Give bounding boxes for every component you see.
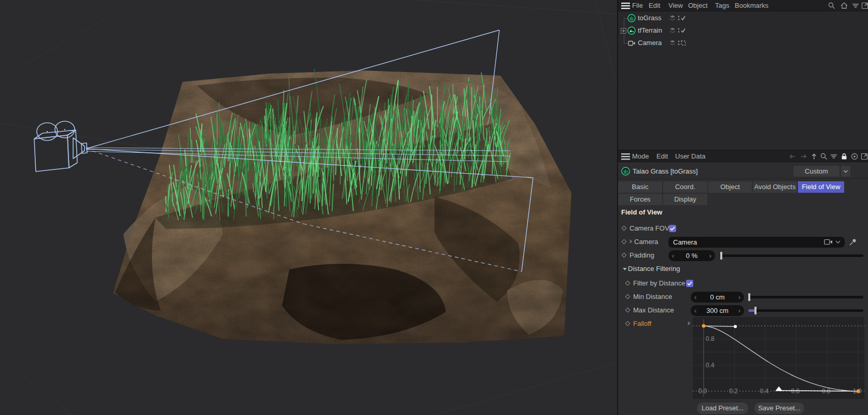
home-icon[interactable]: [840, 2, 848, 10]
param-label: Min Distance: [633, 290, 672, 304]
new-window-icon[interactable]: [861, 2, 868, 10]
increment-arrow[interactable]: ›: [738, 305, 740, 316]
tab-coord[interactable]: Coord.: [663, 181, 707, 193]
keyframe-diamond[interactable]: [625, 308, 631, 313]
svg-text:0.2: 0.2: [729, 388, 738, 395]
save-preset-button[interactable]: Save Preset...: [754, 403, 804, 414]
filter-icon[interactable]: [851, 2, 860, 10]
slider-handle[interactable]: [720, 252, 722, 260]
keyframe-diamond[interactable]: [625, 321, 631, 326]
falloff-spline-editor[interactable]: 0.80.40.00.20.40.60.81.0: [693, 317, 864, 399]
param-row-camera: Camera Camera: [618, 235, 868, 249]
eyedropper-icon[interactable]: [849, 238, 857, 246]
menu-view[interactable]: View: [668, 0, 683, 11]
decrement-arrow[interactable]: ‹: [694, 292, 696, 303]
object-name[interactable]: toGrass: [638, 12, 662, 24]
param-row-padding: Padding ‹ 0 % ›: [618, 249, 868, 262]
viewport-3d[interactable]: [0, 0, 617, 415]
check-icon: [686, 280, 693, 287]
preset-dropdown[interactable]: Custom: [793, 166, 839, 177]
max-distance-value: 300 cm: [706, 307, 729, 314]
param-label: Filter by Distance: [633, 277, 685, 290]
forward-arrow-icon[interactable]: [800, 152, 808, 161]
layer-icon[interactable]: [668, 39, 677, 47]
param-row-filter-by-distance: Filter by Distance: [618, 277, 868, 290]
preset-dropdown-button[interactable]: [841, 166, 850, 177]
object-title-row: Taiao Grass [toGrass] Custom: [618, 164, 868, 179]
camera-fov-checkbox[interactable]: [669, 225, 676, 232]
object-title: Taiao Grass [toGrass]: [633, 164, 698, 179]
enabled-check-icon[interactable]: [677, 26, 687, 35]
filter-by-distance-checkbox[interactable]: [686, 280, 693, 287]
tab-object[interactable]: Object: [708, 181, 752, 193]
object-manager: File Edit View Object Tags Bookmarks: [618, 0, 868, 150]
svg-text:0.4: 0.4: [760, 388, 769, 395]
object-row-camera[interactable]: Camera: [618, 37, 868, 49]
new-window-icon[interactable]: [860, 152, 868, 161]
object-row-tfterrain[interactable]: tfTerrain: [618, 24, 868, 37]
group-label: Distance Filtering: [628, 262, 680, 276]
tab-basic[interactable]: Basic: [618, 181, 662, 193]
up-arrow-icon[interactable]: [810, 152, 818, 161]
hamburger-menu-icon[interactable]: [621, 2, 630, 9]
param-label: Max Distance: [633, 304, 674, 317]
chevron-down-icon: [841, 166, 850, 177]
menu-user-data[interactable]: User Data: [675, 151, 706, 162]
decrement-arrow[interactable]: ‹: [672, 250, 674, 261]
back-arrow-icon[interactable]: [788, 152, 796, 161]
tab-avoid-objects[interactable]: Avoid Objects: [753, 181, 797, 193]
max-distance-input[interactable]: ‹ 300 cm ›: [691, 305, 744, 316]
search-icon[interactable]: [828, 2, 836, 10]
camera-link-icons[interactable]: [824, 238, 842, 246]
enabled-check-icon[interactable]: [677, 14, 687, 22]
target-icon[interactable]: [850, 152, 859, 161]
slider-handle[interactable]: [754, 307, 757, 314]
expand-icon[interactable]: [621, 28, 626, 34]
menu-mode[interactable]: Mode: [632, 151, 649, 162]
menu-edit[interactable]: Edit: [656, 151, 668, 162]
menu-bookmarks[interactable]: Bookmarks: [735, 0, 768, 11]
menu-object[interactable]: Object: [688, 0, 708, 11]
terrain-object-icon: [627, 26, 636, 35]
increment-arrow[interactable]: ›: [709, 250, 711, 261]
keyframe-diamond[interactable]: [622, 226, 627, 231]
selection-brackets-icon[interactable]: [677, 39, 687, 47]
svg-text:0.4: 0.4: [706, 362, 715, 369]
min-distance-input[interactable]: ‹ 0 cm ›: [691, 292, 744, 303]
max-distance-slider[interactable]: [748, 309, 863, 312]
keyframe-diamond[interactable]: [622, 253, 627, 258]
lock-icon[interactable]: [840, 152, 848, 161]
load-preset-button[interactable]: Load Preset...: [697, 403, 748, 414]
menu-edit[interactable]: Edit: [649, 0, 660, 11]
param-row-min-distance: Min Distance ‹ 0 cm ›: [618, 290, 868, 304]
menu-tags[interactable]: Tags: [715, 0, 729, 11]
keyframe-diamond[interactable]: [625, 294, 631, 299]
camera-link-field[interactable]: Camera: [668, 237, 845, 248]
hamburger-menu-icon[interactable]: [621, 153, 630, 160]
slider-handle[interactable]: [748, 293, 750, 301]
menu-file[interactable]: File: [632, 0, 643, 11]
filter-icon[interactable]: [830, 152, 838, 161]
padding-slider[interactable]: [720, 254, 863, 257]
search-icon[interactable]: [820, 152, 828, 161]
right-panel: File Edit View Object Tags Bookmarks: [617, 0, 868, 415]
tab-field-of-view[interactable]: Field of View: [798, 181, 844, 193]
expand-chevron-icon[interactable]: [628, 239, 633, 244]
expand-chevron-icon[interactable]: [687, 321, 691, 325]
collapse-triangle-icon: [623, 268, 627, 270]
layer-icon[interactable]: [668, 26, 677, 35]
object-name[interactable]: tfTerrain: [638, 24, 662, 37]
min-distance-slider[interactable]: [748, 296, 863, 298]
tab-forces[interactable]: Forces: [618, 194, 662, 205]
keyframe-diamond[interactable]: [625, 281, 631, 286]
keyframe-diamond[interactable]: [622, 239, 627, 245]
object-row-tograss[interactable]: toGrass: [618, 12, 868, 24]
grass-object-icon: [621, 167, 630, 176]
increment-arrow[interactable]: ›: [738, 292, 740, 303]
layer-icon[interactable]: [668, 14, 677, 22]
decrement-arrow[interactable]: ‹: [694, 305, 696, 316]
tab-display[interactable]: Display: [663, 194, 707, 205]
group-distance-filtering[interactable]: Distance Filtering: [618, 262, 868, 276]
padding-input[interactable]: ‹ 0 % ›: [668, 250, 715, 261]
object-name[interactable]: Camera: [638, 37, 662, 49]
